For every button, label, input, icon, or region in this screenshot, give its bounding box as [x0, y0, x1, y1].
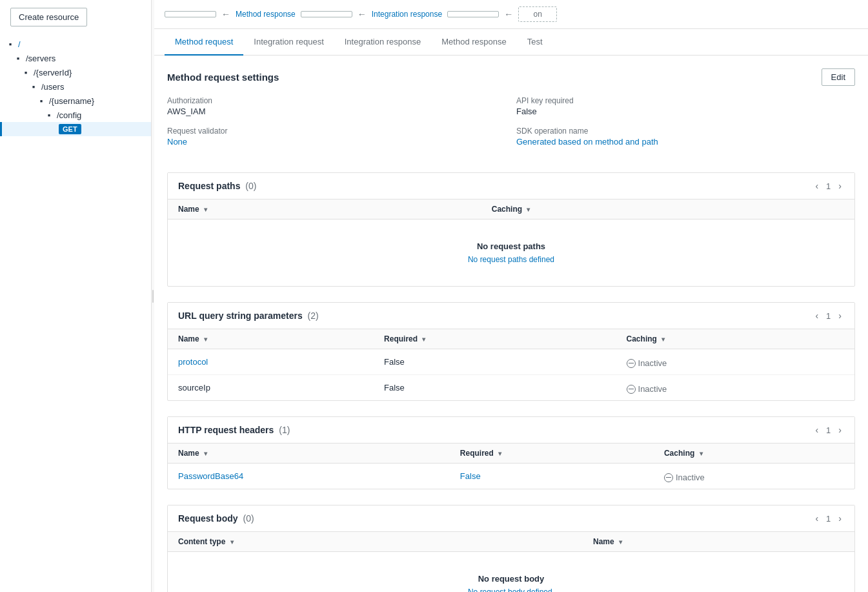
inactive-label: Inactive: [676, 473, 705, 482]
tab-method-request[interactable]: Method request: [165, 29, 243, 56]
tab-test[interactable]: Test: [517, 29, 553, 56]
inactive-circle-icon: [664, 473, 673, 482]
sort-icon: ▾: [619, 538, 622, 546]
request-body-pagination: ‹ 1 ›: [812, 512, 844, 525]
sidebar-item-users[interactable]: ▪ /users: [0, 79, 151, 94]
sort-icon: ▾: [700, 450, 703, 457]
inactive-badge: Inactive: [627, 384, 667, 394]
sidebar: Create resource ▪ / ▪ /servers ▪ /{serve…: [0, 0, 152, 592]
settings-header: Method request settings Edit: [167, 68, 855, 86]
settings-grid: Authorization AWS_IAM API key required F…: [167, 94, 855, 157]
authorization-label: Authorization: [167, 96, 506, 105]
http-request-headers-table: Name ▾ Required ▾ Caching ▾: [168, 444, 854, 489]
caching-column-header: Caching ▾: [481, 199, 854, 219]
header-required-link[interactable]: False: [460, 471, 481, 481]
name-column-header: Name ▾: [583, 532, 854, 552]
request-body-table: Content type ▾ Name ▾: [168, 532, 854, 592]
sort-icon: ▾: [422, 336, 425, 343]
settings-title: Method request settings: [167, 72, 279, 83]
integration-response-link[interactable]: Integration response: [372, 10, 442, 19]
collapse-icon: ▪: [5, 39, 15, 49]
param-caching-cell: Inactive: [616, 349, 854, 375]
sidebar-item-serverid[interactable]: ▪ /{serverId}: [0, 65, 151, 79]
tab-content: Method request settings Edit Authorizati…: [154, 56, 868, 592]
page-number: 1: [826, 181, 831, 191]
flow-item-1: ← Method response: [165, 9, 296, 19]
param-name-link[interactable]: protocol: [178, 357, 208, 367]
flow-item-2: ← Integration response: [301, 9, 442, 19]
next-page-button[interactable]: ›: [836, 179, 844, 192]
caching-column-header: Caching ▾: [654, 444, 854, 464]
inactive-circle-icon: [627, 359, 636, 368]
inactive-circle-icon: [627, 385, 636, 394]
next-page-button[interactable]: ›: [836, 424, 844, 436]
empty-desc: No request body defined.: [194, 587, 829, 592]
sidebar-resizer[interactable]: [152, 0, 154, 592]
tab-method-response[interactable]: Method response: [431, 29, 516, 56]
collapse-icon: ▪: [13, 53, 23, 63]
prev-page-button[interactable]: ‹: [812, 512, 821, 525]
edit-button[interactable]: Edit: [822, 68, 855, 86]
sort-icon: ▾: [204, 450, 207, 457]
authorization-value: AWS_IAM: [167, 107, 506, 116]
sdk-operation-label: SDK operation name: [516, 127, 855, 136]
collapse-icon: ▪: [21, 67, 31, 77]
sdk-operation-field: SDK operation name Generated based on me…: [516, 127, 855, 147]
required-column-header: Required ▾: [450, 444, 654, 464]
required-column-header: Required ▾: [374, 329, 616, 349]
content-type-column-header: Content type ▾: [168, 532, 583, 552]
header-required-cell: False: [450, 464, 654, 489]
request-paths-title: Request paths (0): [178, 181, 256, 191]
table-row: protocol False Inactive: [168, 349, 854, 375]
get-method-badge: GET: [59, 124, 81, 134]
flow-bar: ← Method response ← Integration response…: [154, 0, 868, 29]
empty-title: No request paths: [194, 241, 829, 251]
sidebar-item-config[interactable]: ▪ /config: [0, 108, 151, 122]
request-paths-pagination: ‹ 1 ›: [812, 179, 844, 192]
tab-integration-response[interactable]: Integration response: [334, 29, 432, 56]
sort-icon: ▾: [204, 206, 207, 213]
method-response-link[interactable]: Method response: [236, 10, 296, 19]
prev-page-button[interactable]: ‹: [812, 309, 821, 322]
empty-state: No request paths No request paths define…: [178, 226, 844, 280]
request-validator-label: Request validator: [167, 127, 506, 136]
next-page-button[interactable]: ›: [836, 512, 844, 525]
method-request-settings-section: Method request settings Edit Authorizati…: [167, 68, 855, 157]
create-resource-button[interactable]: Create resource: [10, 8, 87, 26]
inactive-badge: Inactive: [664, 473, 705, 482]
collapse-icon: ▪: [36, 96, 46, 106]
prev-page-button[interactable]: ‹: [812, 424, 821, 436]
tabs-bar: Method request Integration request Integ…: [154, 29, 868, 56]
url-query-params-title: URL query string parameters (2): [178, 311, 319, 321]
url-query-params-header: URL query string parameters (2) ‹ 1 ›: [168, 303, 854, 329]
request-validator-value: None: [167, 137, 506, 147]
empty-desc: No request paths defined: [194, 255, 829, 264]
inactive-label: Inactive: [638, 358, 667, 368]
sidebar-item-root[interactable]: ▪ /: [0, 37, 151, 51]
prev-page-button[interactable]: ‹: [812, 179, 821, 192]
flow-arrow-1: ←: [221, 9, 230, 19]
header-name-link[interactable]: PasswordBase64: [178, 471, 243, 481]
tab-integration-request[interactable]: Integration request: [243, 29, 334, 56]
empty-title: No request body: [194, 574, 829, 584]
api-key-value: False: [516, 107, 855, 116]
page-number: 1: [826, 514, 831, 524]
param-name-cell: protocol: [168, 349, 374, 375]
sidebar-item-servers[interactable]: ▪ /servers: [0, 51, 151, 65]
param-name-cell: sourceIp: [168, 375, 374, 401]
sidebar-item-label: /: [18, 39, 21, 49]
sidebar-item-get[interactable]: GET: [0, 122, 151, 136]
sidebar-item-username[interactable]: ▪ /{username}: [0, 94, 151, 108]
name-column-header: Name ▾: [168, 199, 481, 219]
request-body-title: Request body (0): [178, 513, 254, 524]
table-row: sourceIp False Inactive: [168, 375, 854, 401]
sidebar-item-label: /{serverId}: [34, 68, 72, 77]
url-query-params-pagination: ‹ 1 ›: [812, 309, 844, 322]
next-page-button[interactable]: ›: [836, 309, 844, 322]
inactive-label: Inactive: [638, 384, 667, 394]
request-paths-section: Request paths (0) ‹ 1 › Name ▾: [167, 172, 855, 287]
flow-box-2: [301, 11, 352, 17]
flow-box-1: [165, 11, 216, 17]
page-number: 1: [826, 311, 831, 321]
request-body-section: Request body (0) ‹ 1 › Content type: [167, 505, 855, 592]
